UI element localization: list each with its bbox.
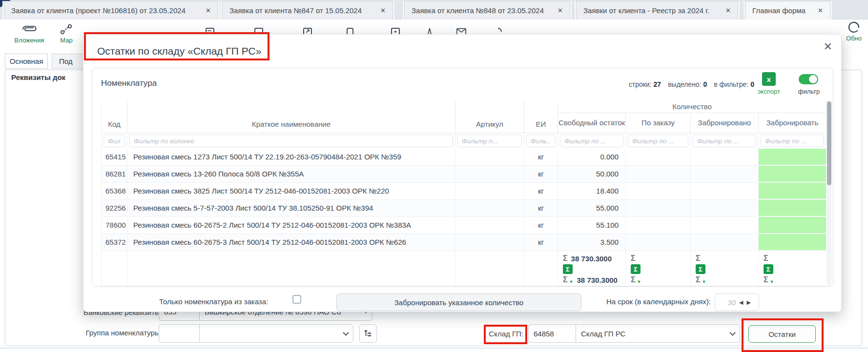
filter-article-input[interactable] <box>457 135 522 147</box>
tab-podchinennye[interactable]: Под <box>52 54 86 69</box>
filter-onorder-input[interactable] <box>628 135 688 147</box>
balances-button[interactable]: Остатки <box>748 325 816 343</box>
filter-name-input[interactable] <box>129 135 453 147</box>
excel-export-icon[interactable]: x <box>762 72 776 86</box>
cell-tores[interactable] <box>759 149 827 165</box>
filter-unit-input[interactable] <box>526 135 556 147</box>
sum-icon[interactable]: Σ <box>563 264 573 274</box>
tab-order-848[interactable]: Заявка от клиента №848 от 23.05.2024 ✕ <box>404 1 570 20</box>
cell-ord <box>626 234 691 251</box>
cell-tores[interactable] <box>759 200 827 216</box>
reserve-quantity-button[interactable]: Забронировать указанное количество <box>336 293 581 311</box>
filter-code-input[interactable] <box>103 135 125 147</box>
export-label[interactable]: экспорт <box>754 88 784 95</box>
warehouse-code-field[interactable]: 64858 <box>528 324 576 343</box>
close-icon[interactable]: ✕ <box>558 7 563 14</box>
cell-tores[interactable] <box>759 234 827 251</box>
stepper-decrease-icon[interactable]: ◀ <box>739 299 743 306</box>
filter-toreserve-input[interactable] <box>761 135 824 147</box>
sum-icon[interactable]: Σ <box>631 264 641 274</box>
cell-free: 18.400 <box>558 183 626 199</box>
table-row[interactable]: 86281Резиновая смесь 13-260 Полоса 50/8 … <box>102 166 826 183</box>
close-icon[interactable]: ✕ <box>824 40 832 53</box>
stepper-increase-icon[interactable]: ▶ <box>746 299 750 306</box>
stock-balances-modal: Остатки по складу «Склад ГП РС» ✕ Номенк… <box>83 34 842 312</box>
tab-osnovnaya[interactable]: Основная <box>5 54 48 69</box>
tab-label: Заявка от клиента №847 от 15.05.2024 <box>229 6 375 15</box>
cell-code: 92256 <box>102 200 127 216</box>
scrollbar-thumb[interactable] <box>827 101 831 185</box>
table-stats: строки:27 выделено:0 в фильтре:0 <box>629 80 754 88</box>
tab-registry-2024[interactable]: Заявки от клиента - Реестр за 2024 г. ✕ <box>576 1 738 20</box>
cell-name: Резиновая смесь 60-2675-2 Лист 500/14 ТУ… <box>127 217 455 234</box>
totals-cell-onorder: Σ Σ Σ▼ <box>626 251 691 286</box>
selected-count: выделено:0 <box>668 80 707 88</box>
cell-free: 0.000 <box>558 149 626 165</box>
cell-name: Резиновая смесь 60-2675-3 Лист 500/14 ТУ… <box>127 234 455 251</box>
route-button[interactable]: Мар <box>53 23 80 44</box>
close-icon[interactable]: ✕ <box>725 7 731 14</box>
cell-tores[interactable] <box>759 217 827 234</box>
warehouse-gp-label: Склад ГП: <box>487 330 523 338</box>
col-header-toreserve[interactable]: Забронировать <box>759 113 827 133</box>
cell-res <box>691 200 759 216</box>
nomenclature-table: Код Краткое наименование Артикул ЕИ Коли… <box>101 100 826 286</box>
table-row[interactable]: 78600Резиновая смесь 60-2675-2 Лист 500/… <box>102 217 826 234</box>
sum-icon[interactable]: Σ <box>764 264 773 274</box>
table-row[interactable]: 92256Резиновая смесь 5-7-57-2003 Лист 50… <box>102 200 826 217</box>
cell-tores[interactable] <box>759 166 827 182</box>
filter-free-input[interactable] <box>560 135 623 147</box>
tab-main-form[interactable]: Главная форма ✕ <box>745 1 830 20</box>
col-header-code[interactable]: Код <box>102 100 127 133</box>
nomenclature-group-label: Группа номенклатуры: <box>73 329 162 337</box>
table-row[interactable]: 65415Резиновая смесь 1273 Лист 500/14 ТУ… <box>102 149 826 166</box>
tab-order-106816[interactable]: Заявка от клиента (проект №106816) от 23… <box>4 1 218 20</box>
cell-ord <box>626 200 691 216</box>
cell-ord <box>626 217 691 234</box>
attachments-button[interactable]: Вложения <box>7 23 52 44</box>
sum-icon[interactable]: Σ <box>696 264 705 274</box>
cell-ord <box>626 149 691 165</box>
col-header-unit[interactable]: ЕИ <box>524 100 558 133</box>
cell-tores[interactable] <box>759 183 827 199</box>
only-order-checkbox[interactable] <box>292 295 301 304</box>
cell-free: 55.000 <box>558 200 626 216</box>
col-header-name[interactable]: Краткое наименование <box>127 100 455 133</box>
warehouse-name-dropdown[interactable]: Склад ГП РС <box>576 324 740 343</box>
filter-toggle[interactable] <box>799 74 818 84</box>
close-icon[interactable]: ✕ <box>380 7 386 14</box>
close-icon[interactable]: ✕ <box>206 7 211 14</box>
totals-cell <box>102 251 127 286</box>
divider <box>0 348 868 349</box>
table-row[interactable]: 65368Резиновая смесь 3825 Лист 500/14 ТУ… <box>102 183 826 200</box>
col-header-free[interactable]: Свободный остаток <box>558 113 626 133</box>
totals-cell-toreserve: Σ Σ Σ▼ <box>759 251 827 286</box>
cell-res <box>691 166 759 182</box>
cell-art <box>455 166 524 182</box>
hierarchy-tree-button[interactable] <box>359 324 377 343</box>
nomenclature-panel: Номенклатура строки:27 выделено:0 в филь… <box>92 68 833 287</box>
cell-unit: кг <box>524 200 558 216</box>
tab-order-847[interactable]: Заявка от клиента №847 от 15.05.2024 ✕ <box>222 1 393 20</box>
totals-cell <box>127 251 455 286</box>
refresh-button[interactable]: Обно <box>841 21 867 42</box>
col-header-article[interactable]: Артикул <box>455 100 524 133</box>
col-header-reserved[interactable]: Забронировано <box>691 113 759 133</box>
col-header-onorder[interactable]: По заказу <box>626 113 691 133</box>
filter-funnel-icon: ▼ <box>637 279 641 284</box>
group-code-field[interactable] <box>159 324 199 343</box>
filter-reserved-input[interactable] <box>693 135 756 147</box>
filtered-count: в фильтре:0 <box>714 80 754 88</box>
table-row[interactable]: 65372Резиновая смесь 60-2675-3 Лист 500/… <box>102 234 826 251</box>
tab-label: Под <box>59 57 73 65</box>
vertical-scrollbar[interactable] <box>827 100 831 286</box>
close-icon[interactable]: ✕ <box>818 7 823 14</box>
term-input[interactable] <box>719 298 736 307</box>
group-name-dropdown[interactable] <box>199 324 353 343</box>
attachments-label: Вложения <box>7 37 52 44</box>
cell-code: 65368 <box>102 183 127 199</box>
route-icon <box>53 23 80 35</box>
filter-toggle-label: фильтр <box>795 88 823 95</box>
cell-unit: кг <box>524 217 558 234</box>
paperclip-icon <box>7 23 52 35</box>
